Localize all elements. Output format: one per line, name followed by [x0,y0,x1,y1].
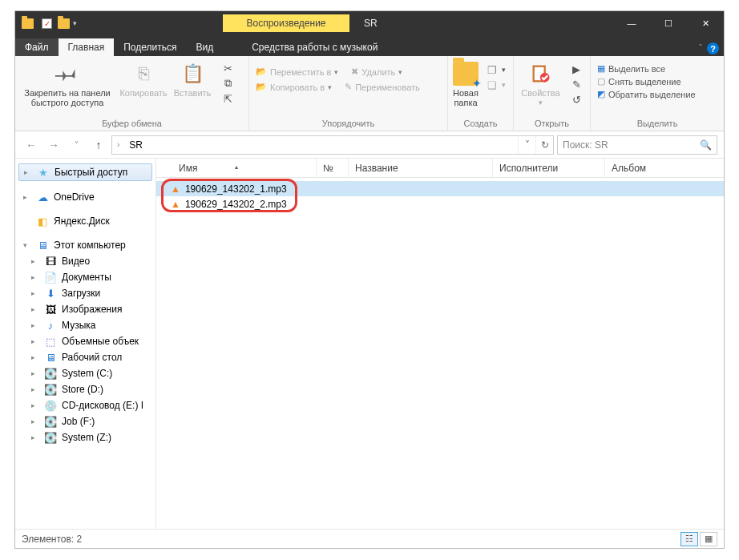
file-row[interactable]: ▲ 190629_143202_2.mp3 [156,196,724,212]
sidebar-item-pictures[interactable]: ▸🖼Изображения [15,301,155,317]
expand-icon[interactable]: ▸ [23,193,31,201]
sidebar-item-drive-e[interactable]: ▸💿CD-дисковод (E:) I [15,397,155,413]
invert-selection-button[interactable]: ◩Обратить выделение [596,88,697,100]
cut-button: ✂ [219,61,236,75]
collapse-ribbon-icon[interactable]: ˆ [699,43,702,54]
cut-icon: ✂ [221,62,234,75]
pictures-icon: 🖼 [44,303,57,316]
sidebar-label: OneDrive [54,191,95,203]
close-button[interactable]: ✕ [687,11,724,35]
pin-quick-access-button[interactable]: Закрепить на панели быстрого доступа [20,59,115,107]
sidebar-label: Музыка [62,320,95,331]
select-none-button[interactable]: ▢Снять выделение [596,75,697,87]
paste-label: Вставить [174,88,212,98]
tab-home[interactable]: Главная [59,38,115,56]
drive-icon: 💽 [44,431,57,444]
edit-button: ✎ [567,77,585,91]
collapse-icon[interactable]: ▾ [23,241,31,249]
chevron-right-icon[interactable]: › [117,140,119,149]
nav-back-button[interactable]: ← [22,135,41,155]
select-none-icon: ▢ [597,76,605,87]
delete-button: ✖ Удалить ▾ [349,66,404,78]
sidebar-item-yandex[interactable]: ◧ Яндекс.Диск [15,213,155,229]
desktop-icon: 🖥 [44,351,57,364]
copy-path-icon: ⧉ [221,77,234,90]
downloads-icon: ⬇ [44,287,57,300]
star-icon: ★ [37,166,50,179]
group-label: Открыть [519,118,585,131]
address-history-dropdown[interactable]: ˅ [518,136,535,154]
easy-access-button: ❏▾ [483,78,508,92]
tab-music-tools[interactable]: Средства работы с музыкой [242,38,387,56]
new-folder-button[interactable]: Новая папка [453,59,479,107]
navigation-tree[interactable]: ▸ ★ Быстрый доступ ▸ ☁ OneDrive ◧ Яндекс… [15,159,156,529]
copy-icon: ⎘ [131,61,156,87]
sidebar-item-downloads[interactable]: ▸⬇Загрузки [15,285,155,301]
search-input[interactable]: Поиск: SR 🔍 [557,135,717,155]
new-folder-label: Новая папка [453,88,479,107]
folder-icon[interactable] [58,18,70,29]
breadcrumb-sr[interactable]: SR [124,139,147,151]
rename-label: Переименовать [355,83,420,92]
cloud-icon: ☁ [36,191,49,203]
drive-icon: 💽 [44,367,57,380]
sidebar-label: Этот компьютер [54,240,126,251]
qat-checkbox-icon[interactable]: ✓ [42,18,52,29]
sidebar-item-music[interactable]: ▸♪Музыка [15,317,155,333]
column-title[interactable]: Название [349,159,493,177]
new-folder-icon [453,62,479,86]
sidebar-item-onedrive[interactable]: ▸ ☁ OneDrive [15,189,155,205]
search-placeholder: Поиск: SR [563,139,608,151]
copy-button[interactable]: ⎘ Копировать [119,59,168,98]
copy-to-button: 📂 Копировать в ▾ [254,81,333,93]
drive-icon: 💽 [44,415,57,428]
maximize-button[interactable]: ☐ [650,11,687,35]
nav-history-dropdown[interactable]: ˅ [67,135,86,155]
easy-access-icon: ❏ [486,79,499,91]
column-album[interactable]: Альбом [605,159,724,177]
sidebar-item-documents[interactable]: ▸📄Документы [15,269,155,285]
expand-icon[interactable]: ▸ [24,168,32,176]
tab-file[interactable]: Файл [15,38,59,56]
sidebar-label: System (Z:) [62,432,111,443]
group-label: Выделить [596,118,719,131]
qat-dropdown-icon[interactable]: ▾ [73,19,77,27]
sidebar-item-video[interactable]: ▸🎞Видео [15,253,155,269]
view-icons-button[interactable]: ▦ [700,532,717,546]
sidebar-item-drive-f[interactable]: ▸💽Job (F:) [15,413,155,429]
minimize-button[interactable]: — [613,11,650,35]
tab-share[interactable]: Поделиться [114,38,186,56]
invert-label: Обратить выделение [608,90,696,99]
sidebar-item-desktop[interactable]: ▸🖥Рабочий стол [15,349,155,365]
column-number[interactable]: № [317,159,349,177]
view-details-button[interactable]: ☷ [680,532,698,546]
delete-icon: ✖ [351,66,358,77]
copy-label: Копировать [119,88,167,98]
sidebar-item-this-pc[interactable]: ▾ 🖥 Этот компьютер [15,237,155,253]
column-artists[interactable]: Исполнители [493,159,605,177]
refresh-button[interactable]: ↻ [535,136,553,154]
sort-asc-icon: ▴ [235,159,238,177]
sidebar-item-quick-access[interactable]: ▸ ★ Быстрый доступ [18,163,152,181]
tab-view[interactable]: Вид [186,38,223,56]
sidebar-item-drive-c[interactable]: ▸💽System (C:) [15,365,155,381]
address-bar[interactable]: › SR ˅ ↻ [111,135,554,155]
search-icon[interactable]: 🔍 [700,139,712,151]
computer-icon: 🖥 [36,239,49,252]
column-name[interactable]: ▴Имя [156,159,317,177]
help-icon[interactable]: ? [707,42,719,54]
column-headers[interactable]: ▴Имя № Название Исполнители Альбом [156,159,724,178]
sidebar-item-drive-d[interactable]: ▸💽Store (D:) [15,381,155,397]
file-list[interactable]: ▲ 190629_143202_1.mp3 ▲ 190629_143202_2.… [156,178,724,529]
new-item-button[interactable]: ❐▾ [483,62,508,77]
new-item-icon: ❐ [486,63,499,76]
nav-up-button[interactable]: ↑ [89,135,108,155]
sidebar-item-3d[interactable]: ▸⬚Объемные объек [15,333,155,349]
sidebar-label: Видео [62,256,90,267]
file-row[interactable]: ▲ 190629_143202_1.mp3 [156,181,724,196]
sidebar-label: Яндекс.Диск [54,216,110,227]
select-all-button[interactable]: ▦Выделить все [596,62,697,75]
history-icon: ↺ [570,93,583,106]
vlc-icon: ▲ [171,183,180,195]
sidebar-item-drive-z[interactable]: ▸💽System (Z:) [15,429,155,445]
